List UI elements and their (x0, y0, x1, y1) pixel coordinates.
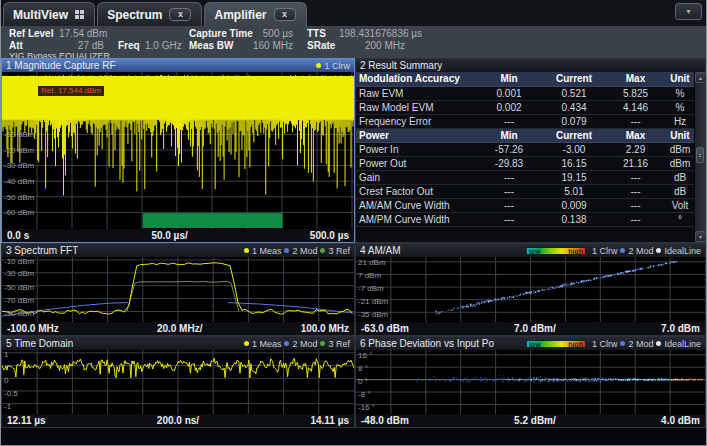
x-stop: 4.0 dBm (661, 415, 700, 426)
table-row: Raw Model EVM0.0020.4344.146% (356, 100, 697, 114)
table-row: AM/AM Curve Width---0.009---Volt (356, 198, 697, 212)
ideal-line-dot-icon (656, 248, 661, 253)
y-axis-label: -50 dBm (4, 283, 34, 292)
ref-level-label: Ref Level (9, 28, 53, 39)
tab-amplifier[interactable]: Amplifier x (204, 2, 306, 26)
y-axis-label: -90 dBm (4, 309, 34, 318)
phase-deviation-svg (356, 350, 705, 414)
table-row: Frequency Error---0.079---Hz (356, 114, 697, 128)
panel3-xaxis: -100.0 MHz 20.0 MHz/ 100.0 MHz (2, 322, 354, 335)
phase-deviation-plot: 16 ° 8 ° 0 ° -8 ° -16 ° (356, 350, 705, 414)
ideal-line-dot-icon (656, 341, 661, 346)
spectrum-fft-svg (2, 257, 354, 322)
y-axis-label: -10 dBm (4, 130, 34, 139)
scroll-down-icon[interactable]: ▼ (695, 231, 706, 242)
panel6-xaxis: -48.0 dBm 5.2 dBm/ 4.0 dBm (356, 414, 705, 427)
y-axis-label: -35 dBm (358, 310, 388, 319)
panel6-trace-legend: 1 Clrw 2 Mod IdealLine (592, 339, 701, 349)
y-axis-label: -7 dBm (358, 284, 384, 293)
x-stop: 500.0 µs (310, 230, 349, 241)
y-axis-label: 0 (4, 376, 8, 385)
toolbar-dropdown-button[interactable]: ▾ (675, 3, 702, 20)
ref-trace-dot-icon (320, 341, 325, 346)
mod-trace-dot-icon (620, 341, 625, 346)
y-axis-label: -60 dBm (4, 208, 34, 217)
panel4-header[interactable]: 4 AM/AM low high 1 Clrw 2 Mod IdealLine (356, 244, 705, 257)
y-axis-label: -21 dBm (358, 297, 388, 306)
y-axis-label: -16 ° (358, 403, 375, 412)
panel2-title: 2 Result Summary (360, 60, 442, 71)
y-axis-label: -30 dBm (4, 269, 34, 278)
x-stop: 100.0 MHz (301, 323, 349, 334)
x-scale: 200.0 ns/ (157, 415, 199, 426)
panel2-header[interactable]: 2 Result Summary (356, 59, 705, 72)
x-scale: 50.0 µs/ (151, 230, 187, 241)
magnitude-capture-plot: Ref. 17.544 dBm -10 dBm -20 dBm -30 dBm … (2, 72, 354, 229)
panel-grid: 1 Magnitude Capture RF 1 Clrw Ref. 17.54… (1, 58, 706, 428)
y-axis-label: -30 dBm (4, 161, 34, 170)
time-domain-svg (2, 350, 354, 414)
tab-bar: MultiView Spectrum x Amplifier x ▾ (1, 0, 706, 26)
att-label: Att (9, 40, 23, 51)
table-row: Gain---19.15---dB (356, 170, 697, 184)
result-summary-table-wrap: Modulation Accuracy Min Current Max Unit… (356, 72, 694, 242)
tab-multiview-label: MultiView (13, 8, 68, 22)
panel1-header[interactable]: 1 Magnitude Capture RF 1 Clrw (2, 59, 354, 72)
meas-bw-label: Meas BW (189, 40, 233, 51)
panel1-trace-legend: 1 Clrw (316, 61, 350, 71)
y-axis-label: -8 ° (358, 390, 371, 399)
result-summary-table: Modulation Accuracy Min Current Max Unit… (356, 72, 697, 227)
close-icon[interactable]: x (274, 8, 296, 21)
panel-result-summary: 2 Result Summary Modulation Accuracy Min… (355, 58, 706, 243)
panel5-xaxis: 12.11 µs 200.0 ns/ 14.11 µs (2, 414, 354, 427)
x-stop: 7.0 dBm (661, 323, 700, 334)
mod-trace-dot-icon (620, 248, 625, 253)
panel5-title: 5 Time Domain (6, 338, 73, 349)
freq-value: 1.0 GHz (145, 40, 182, 51)
y-axis-label: 0 ° (358, 377, 368, 386)
x-start: 0.0 s (7, 230, 29, 241)
close-icon[interactable]: x (169, 8, 191, 21)
y-axis-label: -20 dBm (4, 146, 34, 155)
meas-trace-dot-icon (244, 248, 249, 253)
analyzer-screen: MultiView Spectrum x Amplifier x ▾ Ref L… (0, 0, 707, 446)
tab-spectrum[interactable]: Spectrum x (97, 2, 202, 26)
scroll-up-icon[interactable]: ▲ (695, 72, 706, 83)
y-axis-label: 8 ° (358, 364, 368, 373)
capture-time-value: 500 µs (251, 28, 293, 39)
x-stop: 14.11 µs (310, 415, 349, 426)
tab-spectrum-label: Spectrum (107, 8, 162, 22)
y-axis-label: -40 dBm (4, 177, 34, 186)
tts-label: TTS (307, 28, 326, 39)
x-start: -48.0 dBm (361, 415, 409, 426)
tts-value: 198.431676836 µs (339, 28, 422, 39)
panel4-trace-legend: 1 Clrw 2 Mod IdealLine (592, 246, 701, 256)
y-axis-label: 21 dBm (358, 258, 386, 267)
panel5-trace-legend: 1 Meas 2 Mod 3 Ref (244, 339, 350, 349)
panel5-header[interactable]: 5 Time Domain 1 Meas 2 Mod 3 Ref (2, 337, 354, 350)
srate-value: 200 MHz (353, 40, 405, 51)
panel-phase-deviation: 6 Phase Deviation vs Input Po low high 1… (355, 336, 706, 428)
panel-spectrum-fft: 3 Spectrum FFT 1 Meas 2 Mod 3 Ref -10 dB… (1, 243, 355, 336)
tab-amplifier-label: Amplifier (214, 8, 266, 22)
y-axis-label: 16 ° (358, 351, 372, 360)
y-axis-label: 7 dBm (358, 271, 381, 280)
mod-trace-dot-icon (284, 341, 289, 346)
panel3-header[interactable]: 3 Spectrum FFT 1 Meas 2 Mod 3 Ref (2, 244, 354, 257)
multiview-grid-icon (75, 10, 84, 19)
spectrum-fft-plot: -10 dBm -30 dBm -50 dBm -70 dBm -90 dBm (2, 257, 354, 322)
panel6-header[interactable]: 6 Phase Deviation vs Input Po low high 1… (356, 337, 705, 350)
y-axis-label: -0.5 (4, 389, 18, 398)
table-section-row: Power Min Current Max Unit (356, 128, 697, 142)
tab-multiview[interactable]: MultiView (3, 2, 95, 26)
table-row: Power Out-29.8316.1521.16dBm (356, 156, 697, 170)
scrollbar-thumb[interactable] (696, 147, 704, 163)
am-am-svg (356, 257, 705, 322)
table-scrollbar[interactable]: ▲ ▼ (694, 72, 705, 242)
x-start: 12.11 µs (7, 415, 46, 426)
y-axis-label: -50 dBm (4, 193, 34, 202)
meas-bw-value: 160 MHz (251, 40, 293, 51)
mod-trace-dot-icon (284, 248, 289, 253)
x-start: -100.0 MHz (7, 323, 59, 334)
panel6-title: 6 Phase Deviation vs Input Po (360, 338, 494, 349)
